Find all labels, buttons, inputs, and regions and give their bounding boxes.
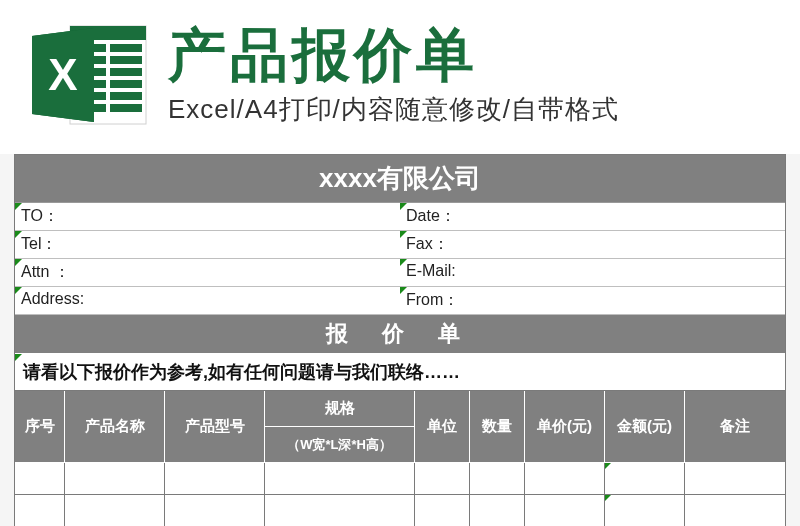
svg-rect-8 xyxy=(110,68,142,76)
table-cell xyxy=(525,463,605,495)
info-attn: Attn ： xyxy=(15,259,400,287)
banner-header: X 产品报价单 Excel/A4打印/内容随意修改/自带格式 xyxy=(0,0,800,154)
table-cell xyxy=(165,463,265,495)
table-cell xyxy=(685,463,785,495)
svg-rect-14 xyxy=(110,104,142,112)
info-fax: Fax： xyxy=(400,231,785,259)
col-product-name: 产品名称 xyxy=(65,391,165,463)
svg-rect-12 xyxy=(110,92,142,100)
contact-info-grid: TO： Date： Tel： Fax： Attn ： E-Mail: Addre… xyxy=(15,203,785,315)
table-cell xyxy=(605,463,685,495)
table-cell xyxy=(15,495,65,526)
banner-subtitle: Excel/A4打印/内容随意修改/自带格式 xyxy=(168,92,770,127)
company-name-row: xxxx有限公司 xyxy=(15,155,785,203)
table-cell xyxy=(65,495,165,526)
col-spec-sub: （W宽*L深*H高） xyxy=(265,427,414,462)
col-amount: 金额(元) xyxy=(605,391,685,463)
table-cell xyxy=(470,463,525,495)
table-cell xyxy=(685,495,785,526)
banner-title: 产品报价单 xyxy=(168,23,770,87)
col-unit: 单位 xyxy=(415,391,470,463)
info-address: Address: xyxy=(15,287,400,315)
svg-text:X: X xyxy=(48,50,77,99)
col-qty: 数量 xyxy=(470,391,525,463)
table-cell xyxy=(265,495,415,526)
col-price: 单价(元) xyxy=(525,391,605,463)
table-header: 序号 产品名称 产品型号 规格 （W宽*L深*H高） 单位 数量 单价(元) 金… xyxy=(15,391,785,463)
col-remark: 备注 xyxy=(685,391,785,463)
table-cell xyxy=(525,495,605,526)
banner-text-block: 产品报价单 Excel/A4打印/内容随意修改/自带格式 xyxy=(168,23,770,128)
info-to: TO： xyxy=(15,203,400,231)
quote-title: 报 价 单 xyxy=(15,315,785,353)
table-cell xyxy=(165,495,265,526)
info-email: E-Mail: xyxy=(400,259,785,287)
info-tel: Tel： xyxy=(15,231,400,259)
col-seq: 序号 xyxy=(15,391,65,463)
svg-rect-6 xyxy=(110,56,142,64)
col-product-model: 产品型号 xyxy=(165,391,265,463)
info-from: From： xyxy=(400,287,785,315)
note-row: 请看以下报价作为参考,如有任何问题请与我们联络…… xyxy=(15,353,785,391)
col-spec-label: 规格 xyxy=(265,391,414,427)
table-cell xyxy=(470,495,525,526)
table-cell xyxy=(605,495,685,526)
table-cell xyxy=(15,463,65,495)
quotation-sheet: xxxx有限公司 TO： Date： Tel： Fax： Attn ： E-Ma… xyxy=(14,154,786,526)
svg-rect-4 xyxy=(110,44,142,52)
table-cell xyxy=(65,463,165,495)
table-cell xyxy=(265,463,415,495)
info-date: Date： xyxy=(400,203,785,231)
excel-icon: X xyxy=(30,20,150,130)
svg-rect-2 xyxy=(108,26,146,40)
svg-rect-10 xyxy=(110,80,142,88)
table-body xyxy=(15,463,785,526)
table-cell xyxy=(415,463,470,495)
table-cell xyxy=(415,495,470,526)
col-spec: 规格 （W宽*L深*H高） xyxy=(265,391,415,463)
